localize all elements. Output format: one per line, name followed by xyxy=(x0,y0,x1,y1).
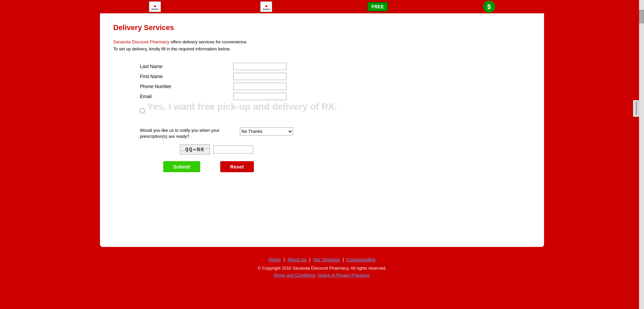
page-title: Delivery Services xyxy=(113,23,531,32)
captcha-image: QQ✕NK xyxy=(180,144,210,154)
notify-row: Would you like us to notify you when you… xyxy=(140,127,531,139)
delivery-form: Last Name First Name Phone Number Email … xyxy=(140,63,531,172)
adobe-icon-1: ▲ Adobe xyxy=(149,1,161,12)
phone-input[interactable] xyxy=(233,83,287,90)
icon-card-2: ▲ Adobe xyxy=(211,0,321,13)
captcha-row: QQ✕NK xyxy=(180,144,531,154)
email-row: Email xyxy=(140,93,531,100)
first-name-label: First Name xyxy=(140,74,233,79)
adobe-icon-2: ▲ Adobe xyxy=(260,1,272,12)
notify-label: Would you like us to notify you when you… xyxy=(140,127,233,139)
footer-link-services[interactable]: Our Services xyxy=(313,257,340,262)
separator-1: | xyxy=(284,257,286,262)
intro-text-1: offers delivery services for convenience… xyxy=(169,39,248,44)
phone-row: Phone Number xyxy=(140,83,531,90)
bookmarks-label: Bookmarks xyxy=(635,102,638,115)
icon-card-1: ▲ Adobe xyxy=(100,0,210,13)
privacy-link[interactable]: Notice of Privacy Practices xyxy=(318,273,369,278)
free-badge: FREE xyxy=(367,2,388,11)
icon-card-3: FREE xyxy=(323,0,433,13)
footer-link-compounding[interactable]: Compounding xyxy=(346,257,375,262)
separator-2: | xyxy=(309,257,312,262)
scrollbar-track[interactable] xyxy=(639,0,644,309)
phone-label: Phone Number xyxy=(140,84,233,89)
pickup-row: Yes, I want free pick-up and delivery of… xyxy=(140,104,531,117)
notify-select[interactable]: No Thanks Text Email Both xyxy=(240,127,293,135)
captcha-text: QQ✕NK xyxy=(185,146,205,153)
footer-link-about[interactable]: About Us xyxy=(288,257,307,262)
last-name-label: Last Name xyxy=(140,64,233,69)
dollar-icon: $ xyxy=(483,1,495,13)
first-name-input[interactable] xyxy=(233,73,287,80)
email-input[interactable] xyxy=(233,93,287,100)
submit-button[interactable]: Submit xyxy=(163,161,200,172)
icon-card-4: $ xyxy=(434,0,544,13)
first-name-row: First Name xyxy=(140,73,531,80)
terms-link[interactable]: Terms and Conditions xyxy=(274,273,316,278)
brand-link[interactable]: Sarasota Discount Pharmacy xyxy=(113,39,169,44)
email-label: Email xyxy=(140,94,233,99)
scrollbar-thumb[interactable] xyxy=(639,10,644,23)
copyright-text: © Copyright 2016 Sarasota Discount Pharm… xyxy=(258,266,386,271)
pickup-checkbox[interactable] xyxy=(140,108,145,113)
button-row: Submit Reset xyxy=(163,161,531,172)
separator-3: | xyxy=(342,257,345,262)
intro-text-2: To set up delivery, kindly fill in the r… xyxy=(113,46,231,51)
intro-section: Sarasota Discount Pharmacy offers delive… xyxy=(113,39,531,53)
last-name-row: Last Name xyxy=(140,63,531,70)
footer-nav: Home | About Us | Our Services | Compoun… xyxy=(7,257,637,262)
footer-copyright: © Copyright 2016 Sarasota Discount Pharm… xyxy=(7,265,637,279)
last-name-input[interactable] xyxy=(233,63,287,70)
pickup-label-big: Yes, I want free pick-up and delivery of… xyxy=(147,101,337,112)
main-container: Delivery Services Sarasota Discount Phar… xyxy=(100,13,544,247)
reset-button[interactable]: Reset xyxy=(220,161,254,172)
footer: Home | About Us | Our Services | Compoun… xyxy=(0,247,644,286)
captcha-input[interactable] xyxy=(213,145,253,153)
bookmarks-panel: Bookmarks xyxy=(633,100,639,117)
footer-link-home[interactable]: Home xyxy=(269,257,281,262)
